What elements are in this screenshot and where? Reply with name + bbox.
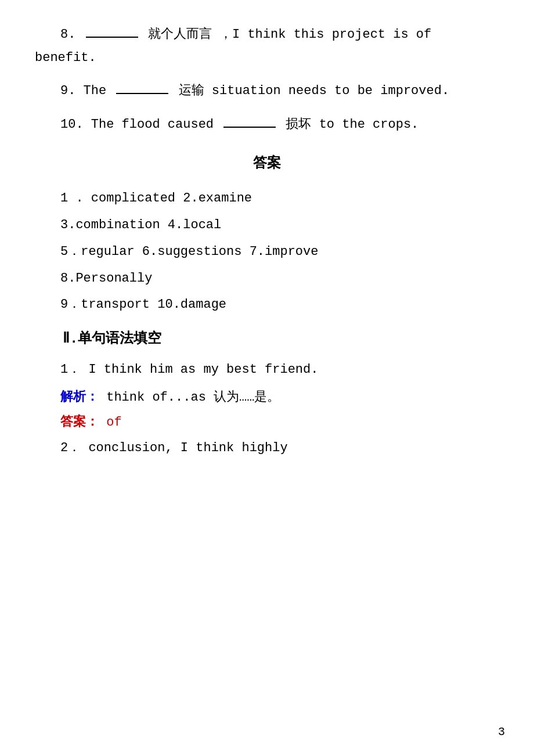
- q8-number: 8.: [60, 27, 75, 42]
- answer-row-5: 9．transport 10.damage: [35, 293, 499, 317]
- answer-label-1: 答案：: [60, 415, 99, 430]
- analysis-line-1: 解析： think of...as 认为……是。: [35, 386, 499, 409]
- q8-hint: 就个人而言: [148, 27, 212, 42]
- q9-prefix: The: [84, 84, 114, 98]
- answer-row-3: 5．regular 6.suggestions 7.improve: [35, 240, 499, 264]
- question-9: 9. The 运输 situation needs to be improved…: [35, 80, 499, 103]
- answer-row-4: 8.Personally: [35, 267, 499, 291]
- q9-blank: [116, 93, 168, 94]
- gq2-number: 2．: [60, 441, 81, 455]
- q9-hint: 运输: [179, 84, 204, 98]
- subsection-title: Ⅱ.单句语法填空: [35, 327, 499, 351]
- q8-text: ，I think this project is of benefit.: [35, 27, 431, 65]
- answers-block: 1 . complicated 2.examine 3.combination …: [35, 186, 499, 317]
- question-10: 10. The flood caused 损坏 to the crops.: [35, 113, 499, 136]
- gq1-suffix: him as my best friend.: [150, 362, 318, 377]
- q10-text: to the crops.: [319, 117, 419, 132]
- q10-hint: 损坏: [286, 117, 311, 132]
- question-8: 8. 就个人而言 ，I think this project is of ben…: [35, 23, 499, 69]
- page-number: 3: [498, 722, 505, 742]
- q10-prefix: The flood caused: [91, 117, 221, 132]
- analysis-label-1: 解析：: [60, 390, 99, 405]
- q8-blank: [86, 37, 138, 38]
- gq1-number: 1．: [60, 362, 81, 377]
- q9-text: situation needs to be improved.: [212, 84, 449, 98]
- answer-row-1: 1 . complicated 2.examine: [35, 186, 499, 211]
- q9-number: 9.: [60, 84, 75, 98]
- q10-number: 10.: [60, 117, 84, 132]
- analysis-text-1: think of...as 认为……是。: [106, 390, 280, 405]
- answers-section-title: 答案: [35, 152, 499, 176]
- grammar-q1: 1． I think him as my best friend.: [35, 358, 499, 381]
- answer-value-1: of: [106, 415, 121, 430]
- grammar-q2: 2． conclusion, I think highly: [35, 437, 499, 460]
- gq1-prefix: I think: [88, 362, 150, 377]
- gq2-suffix: conclusion, I think highly: [88, 441, 287, 455]
- answer-row-2: 3.combination 4.local: [35, 213, 499, 237]
- main-content: 8. 就个人而言 ，I think this project is of ben…: [35, 23, 499, 459]
- answer-line-1: 答案： of: [35, 411, 499, 434]
- q10-blank: [223, 127, 276, 128]
